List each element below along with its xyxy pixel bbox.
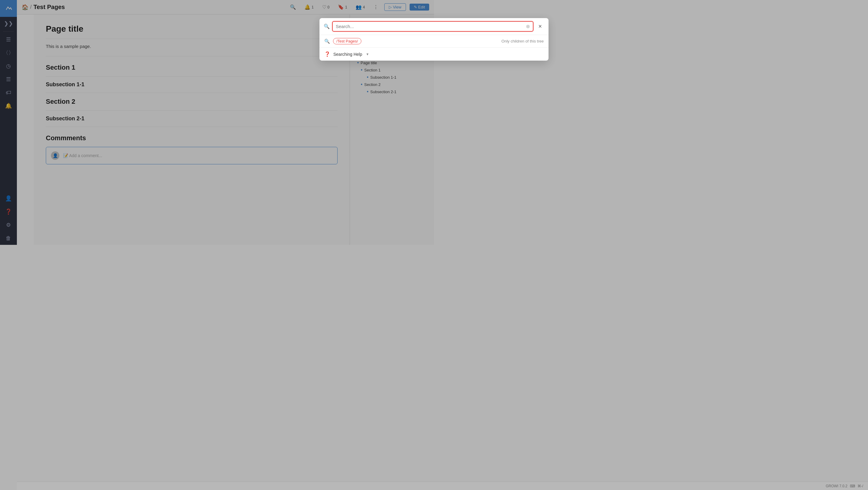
search-input[interactable] bbox=[336, 24, 434, 29]
searching-help-text: Searching Help bbox=[333, 52, 362, 57]
filter-search-icon: 🔍 bbox=[324, 38, 330, 44]
search-help-row[interactable]: ❓ Searching Help ▾ bbox=[319, 48, 434, 61]
filter-left: 🔍 /Test Pages/ bbox=[324, 38, 361, 44]
search-modal-icon: 🔍 bbox=[324, 24, 330, 29]
search-modal-header: 🔍 ⊗ × bbox=[319, 18, 434, 35]
help-chevron-icon: ▾ bbox=[367, 52, 369, 56]
filter-tag[interactable]: /Test Pages/ bbox=[333, 38, 361, 44]
search-filter-row: 🔍 /Test Pages/ Only children of this tre… bbox=[319, 35, 434, 48]
search-input-wrapper: ⊗ bbox=[332, 21, 434, 32]
help-circle-icon: ❓ bbox=[324, 51, 330, 57]
search-modal: 🔍 ⊗ × 🔍 /Test Pages/ Only children of th… bbox=[319, 18, 434, 61]
search-overlay[interactable]: 🔍 ⊗ × 🔍 /Test Pages/ Only children of th… bbox=[0, 0, 434, 245]
